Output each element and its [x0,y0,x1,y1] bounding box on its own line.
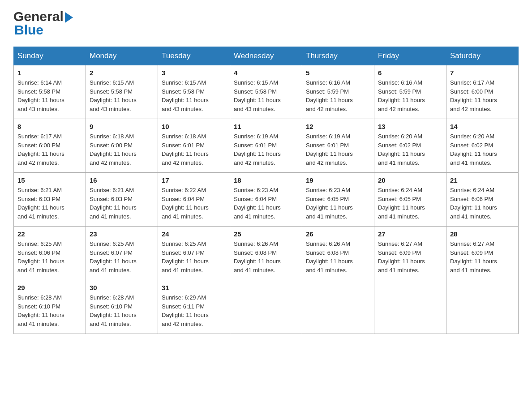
day-info: Sunrise: 6:28 AMSunset: 6:10 PMDaylight:… [17,293,82,328]
day-number: 2 [90,69,154,77]
day-number: 17 [162,176,226,184]
day-number: 4 [234,69,298,77]
day-cell-30: 30 Sunrise: 6:28 AMSunset: 6:10 PMDaylig… [86,280,158,334]
day-info: Sunrise: 6:25 AMSunset: 6:07 PMDaylight:… [90,240,154,274]
day-cell-10: 10 Sunrise: 6:18 AMSunset: 6:01 PMDaylig… [158,119,230,173]
day-number: 9 [90,123,154,130]
day-cell-8: 8 Sunrise: 6:17 AMSunset: 6:00 PMDayligh… [14,119,86,173]
header-tuesday: Tuesday [158,47,230,65]
day-info: Sunrise: 6:15 AMSunset: 5:58 PMDaylight:… [162,78,226,113]
day-info: Sunrise: 6:22 AMSunset: 6:04 PMDaylight:… [162,186,226,221]
day-cell-3: 3 Sunrise: 6:15 AMSunset: 5:58 PMDayligh… [158,65,230,119]
day-number: 6 [378,69,442,77]
header-saturday: Saturday [446,47,519,65]
day-cell-7: 7 Sunrise: 6:17 AMSunset: 6:00 PMDayligh… [446,65,519,119]
day-cell-28: 28 Sunrise: 6:27 AMSunset: 6:09 PMDaylig… [446,227,519,280]
day-info: Sunrise: 6:24 AMSunset: 6:06 PMDaylight:… [450,186,515,221]
header-wednesday: Wednesday [230,47,302,65]
header-thursday: Thursday [302,47,374,65]
day-number: 1 [17,69,82,77]
day-cell-12: 12 Sunrise: 6:19 AMSunset: 6:01 PMDaylig… [302,119,374,173]
day-number: 24 [162,230,226,238]
day-cell-4: 4 Sunrise: 6:15 AMSunset: 5:58 PMDayligh… [230,65,302,119]
day-cell-1: 1 Sunrise: 6:14 AMSunset: 5:58 PMDayligh… [14,65,86,119]
logo-chevron-icon [65,12,73,23]
day-info: Sunrise: 6:27 AMSunset: 6:09 PMDaylight:… [450,240,515,274]
day-number: 3 [162,69,226,77]
day-number: 8 [17,123,82,130]
day-cell-31: 31 Sunrise: 6:29 AMSunset: 6:11 PMDaylig… [158,280,230,334]
day-number: 15 [17,176,82,184]
day-info: Sunrise: 6:19 AMSunset: 6:01 PMDaylight:… [234,132,298,167]
day-info: Sunrise: 6:25 AMSunset: 6:06 PMDaylight:… [17,240,82,274]
day-number: 25 [234,230,298,238]
day-number: 31 [162,284,226,291]
calendar-header-row: SundayMondayTuesdayWednesdayThursdayFrid… [14,47,519,65]
logo-general-text: General [13,9,73,24]
day-info: Sunrise: 6:17 AMSunset: 6:00 PMDaylight:… [450,78,515,113]
day-number: 10 [162,123,226,130]
day-number: 27 [378,230,442,238]
day-info: Sunrise: 6:19 AMSunset: 6:01 PMDaylight:… [306,132,370,167]
day-number: 12 [306,123,370,130]
day-cell-19: 19 Sunrise: 6:23 AMSunset: 6:05 PMDaylig… [302,173,374,227]
header-friday: Friday [374,47,446,65]
day-cell-29: 29 Sunrise: 6:28 AMSunset: 6:10 PMDaylig… [14,280,86,334]
day-number: 14 [450,123,515,130]
day-info: Sunrise: 6:18 AMSunset: 6:01 PMDaylight:… [162,132,226,167]
day-info: Sunrise: 6:15 AMSunset: 5:58 PMDaylight:… [90,78,154,113]
day-number: 29 [17,284,82,291]
empty-cell-w4d6 [446,280,519,334]
day-number: 21 [450,176,515,184]
day-number: 22 [17,230,82,238]
day-cell-25: 25 Sunrise: 6:26 AMSunset: 6:08 PMDaylig… [230,227,302,280]
day-number: 7 [450,69,515,77]
header-monday: Monday [86,47,158,65]
day-info: Sunrise: 6:28 AMSunset: 6:10 PMDaylight:… [90,293,154,328]
day-number: 5 [306,69,370,77]
day-number: 19 [306,176,370,184]
day-info: Sunrise: 6:25 AMSunset: 6:07 PMDaylight:… [162,240,226,274]
day-cell-22: 22 Sunrise: 6:25 AMSunset: 6:06 PMDaylig… [14,227,86,280]
day-cell-11: 11 Sunrise: 6:19 AMSunset: 6:01 PMDaylig… [230,119,302,173]
day-info: Sunrise: 6:21 AMSunset: 6:03 PMDaylight:… [17,186,82,221]
week-row-4: 22 Sunrise: 6:25 AMSunset: 6:06 PMDaylig… [14,227,519,280]
empty-cell-w4d4 [302,280,374,334]
calendar-table: SundayMondayTuesdayWednesdayThursdayFrid… [13,47,519,334]
day-info: Sunrise: 6:29 AMSunset: 6:11 PMDaylight:… [162,293,226,328]
day-info: Sunrise: 6:18 AMSunset: 6:00 PMDaylight:… [90,132,154,167]
day-info: Sunrise: 6:14 AMSunset: 5:58 PMDaylight:… [17,78,82,113]
day-number: 20 [378,176,442,184]
day-info: Sunrise: 6:24 AMSunset: 6:05 PMDaylight:… [378,186,442,221]
week-row-2: 8 Sunrise: 6:17 AMSunset: 6:00 PMDayligh… [14,119,519,173]
day-cell-21: 21 Sunrise: 6:24 AMSunset: 6:06 PMDaylig… [446,173,519,227]
logo-blue-label: Blue [13,22,73,38]
day-number: 30 [90,284,154,291]
day-number: 13 [378,123,442,130]
day-info: Sunrise: 6:23 AMSunset: 6:05 PMDaylight:… [306,186,370,221]
day-number: 18 [234,176,298,184]
day-number: 28 [450,230,515,238]
week-row-5: 29 Sunrise: 6:28 AMSunset: 6:10 PMDaylig… [14,280,519,334]
day-info: Sunrise: 6:21 AMSunset: 6:03 PMDaylight:… [90,186,154,221]
day-info: Sunrise: 6:27 AMSunset: 6:09 PMDaylight:… [378,240,442,274]
header-sunday: Sunday [14,47,86,65]
day-cell-2: 2 Sunrise: 6:15 AMSunset: 5:58 PMDayligh… [86,65,158,119]
day-info: Sunrise: 6:20 AMSunset: 6:02 PMDaylight:… [450,132,515,167]
empty-cell-w4d3 [230,280,302,334]
day-cell-20: 20 Sunrise: 6:24 AMSunset: 6:05 PMDaylig… [374,173,446,227]
day-info: Sunrise: 6:20 AMSunset: 6:02 PMDaylight:… [378,132,442,167]
day-cell-5: 5 Sunrise: 6:16 AMSunset: 5:59 PMDayligh… [302,65,374,119]
page-header: General Blue [13,9,519,38]
day-cell-6: 6 Sunrise: 6:16 AMSunset: 5:59 PMDayligh… [374,65,446,119]
day-info: Sunrise: 6:16 AMSunset: 5:59 PMDaylight:… [378,78,442,113]
logo: General Blue [13,9,73,38]
day-cell-9: 9 Sunrise: 6:18 AMSunset: 6:00 PMDayligh… [86,119,158,173]
day-info: Sunrise: 6:16 AMSunset: 5:59 PMDaylight:… [306,78,370,113]
day-info: Sunrise: 6:17 AMSunset: 6:00 PMDaylight:… [17,132,82,167]
day-cell-15: 15 Sunrise: 6:21 AMSunset: 6:03 PMDaylig… [14,173,86,227]
day-info: Sunrise: 6:26 AMSunset: 6:08 PMDaylight:… [306,240,370,274]
day-cell-13: 13 Sunrise: 6:20 AMSunset: 6:02 PMDaylig… [374,119,446,173]
day-cell-26: 26 Sunrise: 6:26 AMSunset: 6:08 PMDaylig… [302,227,374,280]
week-row-1: 1 Sunrise: 6:14 AMSunset: 5:58 PMDayligh… [14,65,519,119]
